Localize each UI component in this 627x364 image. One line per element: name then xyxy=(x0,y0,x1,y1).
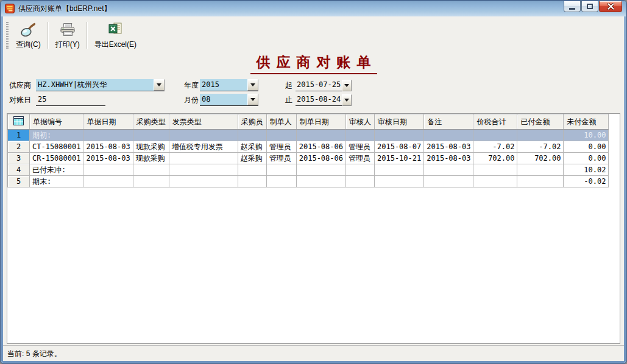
cell[interactable] xyxy=(296,176,345,187)
cell[interactable]: 期末: xyxy=(30,176,83,187)
cell[interactable]: 现款采购 xyxy=(133,153,169,164)
cell[interactable] xyxy=(517,164,564,176)
cell[interactable]: 管理员 xyxy=(266,153,296,164)
cell[interactable]: 2015-08-03 xyxy=(424,153,473,164)
table-row[interactable]: 1期初:10.00 xyxy=(8,130,609,141)
cell[interactable]: -0.02 xyxy=(564,176,609,187)
cell[interactable]: 2015-08-03 xyxy=(83,141,133,153)
row-number[interactable]: 1 xyxy=(8,130,30,141)
cell[interactable]: 管理员 xyxy=(266,141,296,153)
cell[interactable] xyxy=(345,164,374,176)
column-header[interactable]: 未付金额 xyxy=(564,114,609,130)
cell[interactable] xyxy=(169,153,238,164)
table-row[interactable]: 3CR-150800012015-08-03现款采购赵采购管理员2015-08-… xyxy=(8,153,609,164)
cell[interactable] xyxy=(424,176,473,187)
end-date-dropdown-button[interactable] xyxy=(342,94,352,106)
table-row[interactable]: 2CT-150800012015-08-03现款采购增值税专用发票赵采购管理员2… xyxy=(8,141,609,153)
cell[interactable]: 702.00 xyxy=(517,153,564,164)
cell[interactable]: 赵采购 xyxy=(238,141,266,153)
cell[interactable] xyxy=(266,176,296,187)
export-excel-button[interactable]: 导出Excel(E) xyxy=(90,19,141,52)
cell[interactable] xyxy=(517,176,564,187)
cell[interactable] xyxy=(345,130,374,141)
cell[interactable]: 2015-08-03 xyxy=(424,141,473,153)
end-date-picker[interactable]: 2015-08-24 xyxy=(296,94,352,106)
start-date-dropdown-button[interactable] xyxy=(342,80,352,91)
cell[interactable]: 10.00 xyxy=(564,130,609,141)
cell[interactable] xyxy=(238,130,266,141)
month-combobox[interactable]: 08 xyxy=(200,94,258,106)
cell[interactable] xyxy=(133,130,169,141)
recon-day-input[interactable]: 25 xyxy=(36,94,105,106)
cell[interactable]: 2015-08-06 xyxy=(296,153,345,164)
year-combobox[interactable]: 2015 xyxy=(200,79,258,91)
cell[interactable]: 管理员 xyxy=(345,141,374,153)
titlebar[interactable]: 供应商对账单【bdERP.net】 xyxy=(1,1,626,16)
cell[interactable]: 2015-08-07 xyxy=(374,141,423,153)
cell[interactable] xyxy=(238,164,266,176)
cell[interactable]: -7.02 xyxy=(473,141,517,153)
cell[interactable]: 增值税专用发票 xyxy=(169,141,238,153)
column-header[interactable]: 已付金额 xyxy=(517,114,564,130)
cell[interactable] xyxy=(374,164,423,176)
cell[interactable] xyxy=(238,176,266,187)
cell[interactable] xyxy=(374,130,423,141)
supplier-combobox[interactable]: HZ.XHWHY|杭州兴华 xyxy=(36,79,165,91)
maximize-button[interactable] xyxy=(581,1,598,12)
cell[interactable]: 0.00 xyxy=(564,153,609,164)
cell[interactable] xyxy=(296,164,345,176)
print-button[interactable]: 打印(Y) xyxy=(51,19,85,52)
column-header[interactable]: 单据编号 xyxy=(30,114,83,130)
cell[interactable] xyxy=(296,130,345,141)
column-header[interactable]: 采购类型 xyxy=(133,114,169,130)
cell[interactable] xyxy=(473,176,517,187)
cell[interactable]: CT-15080001 xyxy=(30,141,83,153)
query-button[interactable]: 查询(C) xyxy=(11,19,46,52)
row-number[interactable]: 2 xyxy=(8,141,30,153)
cell[interactable] xyxy=(473,130,517,141)
cell[interactable]: CR-15080001 xyxy=(30,153,83,164)
toolbar-grip-handle[interactable] xyxy=(6,22,9,49)
supplier-dropdown-button[interactable] xyxy=(154,79,165,91)
minimize-button[interactable] xyxy=(564,1,581,12)
row-number[interactable]: 5 xyxy=(8,176,30,187)
cell[interactable]: -7.02 xyxy=(517,141,564,153)
cell[interactable] xyxy=(133,164,169,176)
row-number[interactable]: 4 xyxy=(8,164,30,176)
table-row[interactable]: 4已付未冲:10.02 xyxy=(8,164,609,176)
table-row[interactable]: 5期末:-0.02 xyxy=(8,176,609,187)
cell[interactable]: 2015-08-03 xyxy=(83,153,133,164)
cell[interactable]: 现款采购 xyxy=(133,141,169,153)
cell[interactable] xyxy=(83,164,133,176)
cell[interactable] xyxy=(374,176,423,187)
cell[interactable] xyxy=(169,130,238,141)
cell[interactable]: 0.00 xyxy=(564,141,609,153)
cell[interactable] xyxy=(83,176,133,187)
close-button[interactable] xyxy=(599,1,622,12)
cell[interactable]: 管理员 xyxy=(345,153,374,164)
cell[interactable]: 702.00 xyxy=(473,153,517,164)
cell[interactable]: 赵采购 xyxy=(238,153,266,164)
year-dropdown-button[interactable] xyxy=(247,79,258,91)
cell[interactable]: 10.02 xyxy=(564,164,609,176)
select-all-header[interactable] xyxy=(8,114,30,130)
column-header[interactable]: 制单日期 xyxy=(296,114,345,130)
column-header[interactable]: 价税合计 xyxy=(473,114,517,130)
cell[interactable] xyxy=(169,164,238,176)
column-header[interactable]: 采购员 xyxy=(238,114,266,130)
cell[interactable] xyxy=(345,176,374,187)
column-header[interactable]: 审核人 xyxy=(345,114,374,130)
column-header[interactable]: 备注 xyxy=(424,114,473,130)
cell[interactable] xyxy=(424,164,473,176)
cell[interactable] xyxy=(133,176,169,187)
cell[interactable] xyxy=(473,164,517,176)
cell[interactable] xyxy=(424,130,473,141)
cell[interactable]: 已付未冲: xyxy=(30,164,83,176)
month-dropdown-button[interactable] xyxy=(247,94,258,105)
cell[interactable]: 2015-08-06 xyxy=(296,141,345,153)
cell[interactable] xyxy=(83,130,133,141)
cell[interactable] xyxy=(266,130,296,141)
cell[interactable] xyxy=(169,176,238,187)
start-date-picker[interactable]: 2015-07-25 xyxy=(296,79,352,91)
column-header[interactable]: 单据日期 xyxy=(83,114,133,130)
